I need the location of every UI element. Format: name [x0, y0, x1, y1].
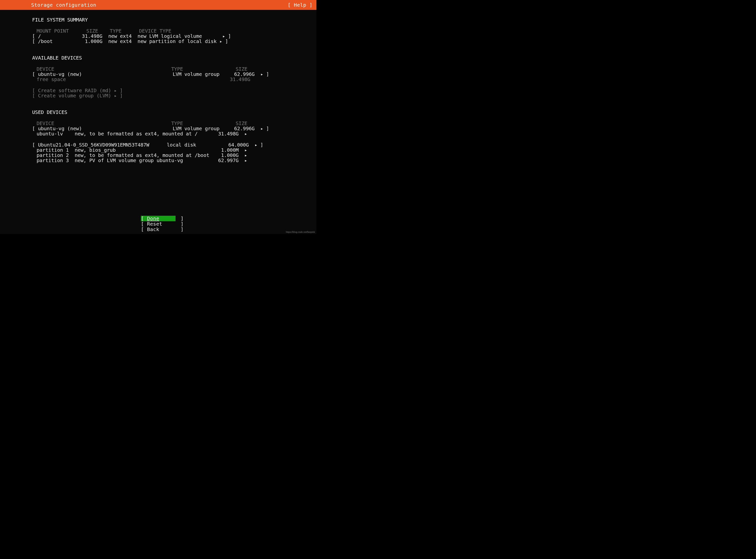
triangle-right-icon: ▶ — [261, 127, 263, 131]
used-part-2[interactable]: partition 2 new, to be formatted as ext4… — [32, 153, 232, 158]
create-lvm-action[interactable]: [ Create volume group (LVM) ▶ ] — [32, 93, 232, 98]
fs-summary-heading: FILE SYSTEM SUMMARY — [32, 17, 232, 22]
watermark: https://blog.csdn.net/fanpink — [286, 230, 315, 233]
triangle-right-icon: ▶ — [220, 40, 222, 43]
used-heading: USED DEVICES — [32, 110, 232, 115]
available-headers: DEVICE TYPE SIZE — [32, 66, 232, 72]
triangle-right-icon: ▶ — [245, 149, 247, 152]
triangle-right-icon: ▶ — [245, 154, 247, 157]
header-bar: Storage configuration [ Help ] — [0, 0, 316, 10]
used-vg-lv[interactable]: ubuntu-lv new, to be formatted as ext4, … — [32, 131, 232, 136]
fs-summary-headers: MOUNT POINT SIZE TYPE DEVICE TYPE — [32, 28, 232, 33]
triangle-right-icon: ▶ — [114, 94, 117, 97]
fs-row-root[interactable]: [ / 31.498G new ext4 new LVM logical vol… — [32, 33, 232, 39]
triangle-right-icon: ▶ — [261, 73, 263, 76]
content-area: FILE SYSTEM SUMMARY MOUNT POINT SIZE TYP… — [0, 10, 232, 163]
triangle-right-icon: ▶ — [245, 132, 247, 136]
triangle-right-icon: ▶ — [222, 35, 225, 38]
used-vg-head[interactable]: [ ubuntu-vg (new) LVM volume group 62.99… — [32, 126, 232, 131]
installer-screen: Storage configuration [ Help ] FILE SYST… — [0, 0, 316, 234]
done-button[interactable]: [ Done ] — [141, 216, 176, 221]
used-headers: DEVICE TYPE SIZE — [32, 121, 232, 126]
bottom-button-bar: [ Done ] [ Reset ] [ Back ] — [0, 216, 316, 232]
available-row-free: free space 31.498G — [32, 77, 232, 82]
reset-button[interactable]: [ Reset ] — [141, 221, 176, 227]
used-part-1[interactable]: partition 1 new, bios_grub 1.000M ▶ — [32, 148, 232, 153]
used-part-3[interactable]: partition 3 new, PV of LVM volume group … — [32, 158, 232, 163]
help-button[interactable]: [ Help ] — [288, 2, 312, 8]
triangle-right-icon: ▶ — [254, 143, 257, 147]
back-button[interactable]: [ Back ] — [141, 227, 176, 232]
triangle-right-icon: ▶ — [114, 89, 117, 92]
fs-row-boot[interactable]: [ /boot 1.000G new ext4 new partition of… — [32, 39, 232, 44]
triangle-right-icon: ▶ — [245, 159, 247, 162]
create-raid-action[interactable]: [ Create software RAID (md) ▶ ] — [32, 88, 232, 93]
used-disk-head[interactable]: [ Ubuntu21.04-0_SSD_56KVD09W91EMN53T487W… — [32, 142, 232, 148]
available-row-vg[interactable]: [ ubuntu-vg (new) LVM volume group 62.99… — [32, 72, 232, 77]
page-title: Storage configuration — [1, 2, 96, 8]
available-heading: AVAILABLE DEVICES — [32, 55, 232, 61]
